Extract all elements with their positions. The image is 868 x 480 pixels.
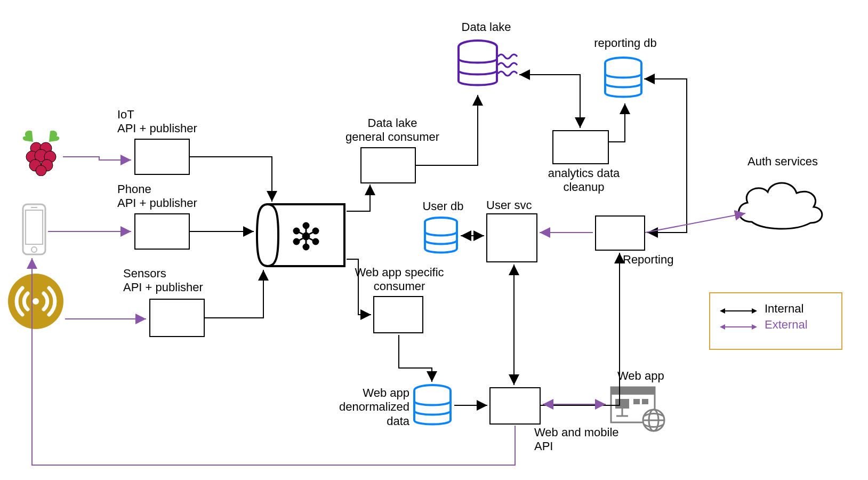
reporting-db-label: reporting db <box>585 36 665 50</box>
denorm-db-label: Web app denormalized data <box>324 386 409 428</box>
sensor-broadcast-icon <box>6 272 65 331</box>
web-app-icon <box>609 385 666 432</box>
svg-rect-37 <box>642 399 648 404</box>
reporting-box <box>595 215 645 251</box>
reporting-db-icon <box>602 57 644 100</box>
phone-icon <box>21 203 47 256</box>
auth-cloud-icon <box>730 174 826 233</box>
svg-rect-36 <box>633 399 640 404</box>
legend-internal-label: Internal <box>765 302 803 316</box>
iot-api-label: IoT API + publisher <box>117 108 197 136</box>
svg-point-13 <box>33 298 39 305</box>
web-app-label: Web app <box>617 369 664 383</box>
legend-internal-arrow-icon <box>720 305 757 313</box>
denorm-db-icon <box>412 384 453 428</box>
svg-marker-43 <box>752 308 757 314</box>
phone-api-label: Phone API + publisher <box>117 182 197 211</box>
data-lake-label: Data lake <box>449 20 524 34</box>
webapp-consumer-box <box>373 296 423 333</box>
data-lake-icon <box>456 38 520 92</box>
svg-rect-32 <box>611 387 655 395</box>
svg-point-7 <box>36 165 46 176</box>
legend-internal-row: Internal <box>720 302 832 316</box>
svg-rect-11 <box>31 207 37 208</box>
svg-point-16 <box>303 244 309 250</box>
web-mobile-api-label: Web and mobile API <box>534 426 619 454</box>
reporting-label: Reporting <box>623 253 673 267</box>
svg-point-17 <box>294 228 299 234</box>
sensors-api-label: Sensors API + publisher <box>123 267 203 295</box>
user-db-label: User db <box>414 199 472 213</box>
user-db-icon <box>422 217 460 255</box>
svg-point-10 <box>31 247 37 252</box>
svg-rect-9 <box>26 210 43 244</box>
datalake-consumer-label: Data lake general consumer <box>339 116 446 145</box>
svg-point-14 <box>303 223 309 228</box>
user-svc-label: User svc <box>486 198 532 212</box>
datalake-consumer-box <box>360 147 416 183</box>
svg-point-15 <box>303 233 309 239</box>
sensors-api-box <box>149 299 205 337</box>
auth-label: Auth services <box>740 155 825 169</box>
web-mobile-api-box <box>489 387 541 425</box>
iot-api-box <box>134 139 190 175</box>
message-broker-icon <box>255 202 347 268</box>
svg-point-18 <box>313 228 318 234</box>
svg-marker-45 <box>720 324 725 330</box>
legend-external-row: External <box>720 318 832 332</box>
svg-marker-46 <box>752 324 757 330</box>
webapp-consumer-label: Web app specific consumer <box>343 266 455 294</box>
legend-external-label: External <box>765 318 808 332</box>
analytics-cleanup-box <box>552 130 609 164</box>
svg-point-19 <box>294 239 299 244</box>
user-svc-box <box>486 213 537 262</box>
architecture-diagram: { "nodes": { "iot_api": { "label": "IoT\… <box>0 0 868 480</box>
svg-point-20 <box>313 239 318 244</box>
legend-box: Internal External <box>709 292 842 350</box>
analytics-cleanup-label: analytics data cleanup <box>536 166 631 195</box>
legend-external-arrow-icon <box>720 321 757 329</box>
raspberry-pi-icon <box>20 128 62 176</box>
svg-rect-33 <box>615 399 629 409</box>
svg-marker-42 <box>720 308 725 314</box>
phone-api-box <box>134 213 190 250</box>
